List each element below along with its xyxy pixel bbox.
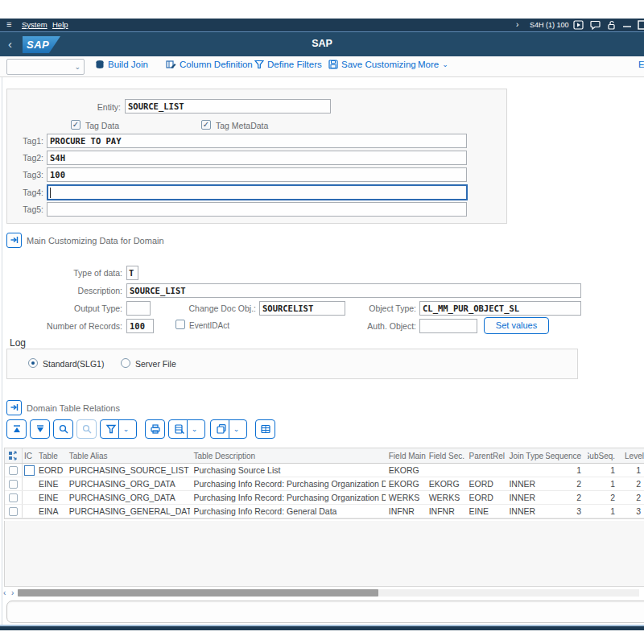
print-button[interactable]	[145, 419, 165, 439]
page-title: SAP	[0, 38, 644, 49]
cell-field-sec: WERKS	[426, 491, 466, 504]
change-doc-input[interactable]: SOURCELIST	[259, 301, 345, 316]
copy-split-button[interactable]: ⌄	[210, 419, 247, 439]
type-of-data-input[interactable]: T	[126, 266, 138, 280]
scrollbar-thumb[interactable]	[18, 589, 378, 597]
cell-sequence: 2	[546, 477, 588, 490]
column-definition-button[interactable]: Column Definition	[166, 60, 253, 69]
column-header-table[interactable]: Table	[35, 448, 66, 463]
window-bottom-frame	[0, 626, 644, 630]
column-header-description[interactable]: Table Description	[190, 448, 385, 463]
messages-icon[interactable]	[590, 20, 601, 30]
hamburger-menu-icon[interactable]: ≡	[6, 19, 11, 29]
cell-subseq: 1	[588, 477, 621, 490]
column-header-field-sec[interactable]: Field Sec.	[426, 448, 466, 463]
tag3-input[interactable]: 100	[47, 167, 467, 182]
search-button[interactable]	[53, 419, 73, 439]
connection-chevron-icon[interactable]: ›	[516, 20, 518, 29]
tag-data-label: Tag Data	[85, 121, 119, 130]
table-row[interactable]: EORD PURCHASING_SOURCE_LIST Purchasing S…	[5, 464, 644, 477]
collapse-section-icon[interactable]	[6, 233, 22, 248]
scrollbar-arrows-icon[interactable]: ‹ ›	[3, 588, 15, 597]
export-split-button[interactable]: ⌄	[168, 419, 205, 439]
tag-metadata-checkbox[interactable]: ✓	[201, 120, 211, 130]
column-header-sequence[interactable]: Sequence	[546, 448, 588, 463]
cell-parentrel: EORD	[466, 477, 506, 490]
auth-object-input[interactable]	[419, 319, 477, 333]
horizontal-scrollbar[interactable]: ‹ ›	[0, 588, 644, 598]
cell-level: 1	[621, 464, 644, 477]
sort-descending-button[interactable]	[30, 419, 50, 439]
cell-subseq: 1	[588, 505, 621, 518]
sort-ascending-button[interactable]	[6, 419, 27, 439]
column-header-alias[interactable]: Table Alias	[66, 448, 191, 463]
set-values-button[interactable]: Set values	[484, 317, 549, 334]
main-customizing-section-title: Main Customizing Data for Domain	[27, 236, 164, 246]
table-row[interactable]: EINE PURCHASING_ORG_DATA Purchasing Info…	[5, 491, 644, 505]
scrollbar-track[interactable]	[18, 589, 639, 597]
more-button[interactable]: More ⌄	[418, 60, 448, 69]
relations-table: IC Table Table Alias Table Description F…	[4, 448, 644, 519]
cell-sequence: 1	[546, 464, 588, 477]
tag5-input[interactable]	[47, 202, 467, 217]
maximize-icon[interactable]	[638, 20, 644, 30]
column-header-field-main[interactable]: Field Main	[386, 448, 426, 463]
cell-field-sec: INFNR	[426, 505, 466, 518]
focused-cell[interactable]	[24, 465, 35, 476]
table-row[interactable]: EINE PURCHASING_ORG_DATA Purchasing Info…	[5, 477, 644, 491]
build-join-button[interactable]: Build Join	[95, 60, 148, 69]
filter-split-button[interactable]: ⌄	[100, 419, 137, 439]
collapse-section-icon[interactable]	[6, 400, 22, 415]
cell-parentrel: EINE	[466, 505, 506, 518]
chevron-down-icon[interactable]: ⌄	[231, 425, 242, 433]
exit-button-cut[interactable]: E	[638, 60, 644, 69]
row-checkbox[interactable]	[9, 507, 18, 516]
column-header-join-type[interactable]: Join Type	[506, 448, 546, 463]
sort-descending-icon	[35, 423, 46, 435]
log-standard-radio[interactable]	[28, 358, 38, 368]
table-row[interactable]: EINA PURCHASING_GENERAL_DATA Purchasing …	[5, 505, 644, 518]
row-checkbox[interactable]	[9, 480, 18, 489]
row-checkbox[interactable]	[9, 466, 18, 475]
menu-system[interactable]: System	[22, 20, 47, 29]
gui-scripting-icon[interactable]	[573, 20, 584, 30]
tag4-input-focused[interactable]	[47, 184, 468, 200]
eventidact-checkbox[interactable]	[175, 320, 185, 329]
column-header-ic[interactable]: IC	[23, 448, 35, 463]
select-all-header[interactable]	[5, 448, 23, 463]
description-input[interactable]: SOURCE_LIST	[126, 283, 581, 298]
column-header-parentrel[interactable]: ParentRel	[466, 448, 506, 463]
column-header-level[interactable]: Level	[621, 448, 644, 463]
cell-parentrel	[466, 464, 506, 477]
unlock-icon[interactable]	[606, 20, 617, 30]
column-header-subseq[interactable]: SubSeq.	[588, 448, 621, 463]
tag2-label: Tag2:	[8, 153, 43, 163]
num-records-input[interactable]: 100	[126, 319, 154, 333]
search-next-button[interactable]	[76, 419, 97, 439]
log-standard-label: Standard(SLG1)	[43, 359, 104, 369]
tag2-input[interactable]: S4H	[47, 151, 467, 165]
chevron-down-icon[interactable]: ⌄	[121, 425, 132, 433]
num-records-label: Number of Records:	[32, 321, 122, 331]
object-type-input[interactable]: CL_MM_PUR_OBJECT_SL	[419, 301, 581, 316]
chevron-down-icon[interactable]: ⌄	[189, 425, 200, 433]
transaction-combobox[interactable]: ⌄	[6, 59, 85, 75]
output-type-input[interactable]	[126, 301, 151, 316]
status-bar[interactable]	[6, 601, 644, 623]
log-title: Log	[10, 337, 26, 349]
tag1-input[interactable]: PROCURE TO PAY	[47, 134, 467, 148]
build-join-label: Build Join	[108, 60, 148, 69]
save-customizing-button[interactable]: Save Customizing	[328, 60, 416, 69]
define-filters-button[interactable]: Define Filters	[254, 60, 322, 69]
entity-label: Entity:	[32, 102, 121, 112]
table-settings-button[interactable]	[255, 419, 275, 439]
menu-help[interactable]: Help	[52, 20, 68, 29]
entity-input[interactable]: SOURCE_LIST	[125, 99, 331, 114]
tag-data-checkbox[interactable]: ✓	[71, 120, 80, 130]
more-label: More	[418, 60, 439, 69]
copy-icon	[216, 423, 227, 435]
row-checkbox[interactable]	[9, 493, 18, 502]
cell-field-main: EKORG	[386, 477, 426, 490]
filter-icon	[254, 60, 264, 69]
log-serverfile-radio[interactable]	[121, 358, 130, 368]
